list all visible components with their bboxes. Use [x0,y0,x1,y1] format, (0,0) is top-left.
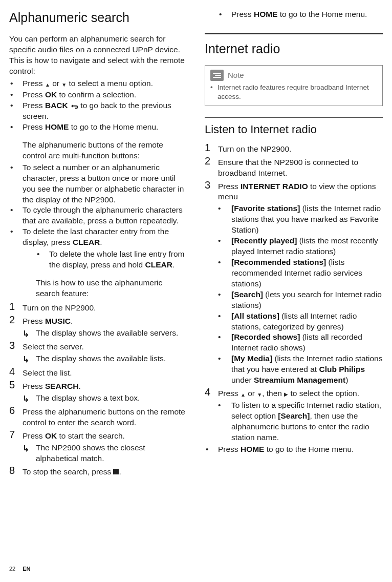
bullet-icon: • [218,400,231,411]
multifunction-bullets: • To select a number or an alphanumeric … [9,162,187,271]
step-number: 2 [9,315,23,325]
subsection-title-listen: Listen to Internet radio [205,117,383,137]
option-item: •[Recently played] (lists the most recen… [218,236,383,257]
bullet-text: Press OK to confirm a selection. [23,90,187,100]
step-item: 1 Turn on the NP2900. [9,301,187,314]
step-body: To stop the search, press . [23,465,187,477]
step-number: 3 [9,340,23,351]
section-title-internet-radio: Internet radio [205,40,383,58]
bullet-icon: • [9,90,23,100]
bullet-text: Press HOME to go to the Home menu. [23,122,187,133]
bullet-icon: • [9,78,23,89]
step-number: 7 [9,429,23,440]
bullet-item: • Press BACK to go back to the previous … [9,100,187,122]
bullet-item: • Press HOME to go to the Home menu. [205,444,383,455]
bullet-item: • To cycle through the alphanumeric char… [9,205,187,226]
step-item: 5 Press SEARCH. The display shows a text… [9,380,187,405]
bullet-icon: • [9,100,23,111]
step-result: The display shows the available servers. [23,328,187,340]
step-body: Press MUSIC. The display shows the avail… [23,315,187,340]
bullet-icon: • [9,122,23,133]
note-icon [210,70,224,81]
bullet-icon: • [36,249,49,260]
step-body: Select the list. [23,366,187,379]
mid-para-2: This is how to use the alphanumeric sear… [9,278,187,299]
bullet-icon: • [9,205,23,216]
page-footer: 22 EN [9,565,31,573]
step-result: The NP2900 shows the closest alphabetica… [23,443,187,464]
step-body: Select the server. The display shows the… [23,340,187,365]
right-column: • Press HOME to go to the Home menu. Int… [205,9,383,551]
step-body: Turn on the NP2900. [23,301,187,314]
page-number: 22 [9,565,15,573]
step-item: 3 Press INTERNET RADIO to view the optio… [205,180,383,386]
bullet-icon: • [218,257,231,268]
page-language: EN [23,565,30,573]
bullet-icon: • [218,289,231,300]
option-item: •[All stations] (lists all Internet radi… [218,311,383,332]
options-list: •[Favorite stations] (lists the Internet… [218,203,383,386]
bullet-text: To delete the whole last line entry from… [49,249,187,271]
alphanumeric-steps: 1 Turn on the NP2900. 2 Press MUSIC. The… [9,301,187,477]
page-columns: Alphanumeric search You can perform an a… [9,9,383,551]
bullet-item: • To delete the last character entry fro… [9,226,187,271]
bullet-item: • To select a number or an alphanumeric … [9,162,187,205]
bullet-text: Press HOME to go to the Home menu. [231,9,383,20]
bullet-icon: • [218,9,231,20]
bullet-icon: • [218,354,231,364]
section-title-alphanumeric: Alphanumeric search [9,9,187,27]
step-body: Ensure that the NP2900 is connected to b… [218,156,383,179]
remote-bullets: • Press or to select a menu option. • Pr… [9,78,187,132]
bullet-item: • Press HOME to go to the Home menu. [9,122,187,133]
bullet-text: Press or to select a menu option. [23,78,187,89]
result-arrow-icon [23,328,36,340]
bullet-item: • Press OK to confirm a selection. [9,90,187,100]
bullet-text: Press HOME to go to the Home menu. [218,444,383,455]
step-subbullets: • To listen to a specific Internet radio… [218,400,383,443]
arrow-up-icon [45,79,50,90]
back-icon [70,100,78,111]
bullet-icon: • [218,332,231,343]
step-number: 1 [205,142,218,153]
left-column: Alphanumeric search You can perform an a… [9,9,187,551]
step-item: 4 Press or , then to select the option. … [205,387,383,443]
mid-para: The alphanumeric buttons of the remote c… [9,140,187,161]
note-body: •Internet radio features require broadba… [210,83,377,101]
step-number: 5 [9,380,23,390]
bullet-icon: • [218,203,231,214]
step-result: The display shows the available lists. [23,354,187,365]
bullet-text: Press BACK to go back to the previous sc… [23,100,187,122]
bullet-icon: • [218,311,231,322]
step-body: Press OK to start the search. The NP2900… [23,429,187,464]
step-item: 8 To stop the search, press . [9,465,187,477]
result-arrow-icon [23,354,36,365]
note-box: Note •Internet radio features require br… [205,65,383,106]
sub-bullet-item: • To listen to a specific Internet radio… [218,400,383,443]
bullet-text: To delete the last character entry from … [23,226,187,271]
step-item: 2 Press MUSIC. The display shows the ava… [9,315,187,340]
bullet-text: To select a number or an alphanumeric ch… [23,162,187,205]
bullet-icon: • [218,236,231,246]
bullet-item: • Press or to select a menu option. [9,78,187,89]
option-item: •[My Media] (lists the Internet radio st… [218,354,383,386]
step-item: 7 Press OK to start the search. The NP29… [9,429,187,464]
arrow-up-icon [241,389,246,400]
step-item: 6 Press the alphanumeric buttons on the … [9,405,187,428]
result-arrow-icon [23,393,36,405]
bullet-icon: • [9,162,23,173]
option-item: •[Recommended stations] (lists recommend… [218,257,383,289]
bullet-text: To cycle through the alphanumeric charac… [23,205,187,226]
step-number: 6 [9,405,23,416]
option-item: •[Search] (lets you search for Internet … [218,289,383,311]
sub-bullets: • To delete the whole last line entry fr… [23,249,187,271]
step-item: 1 Turn on the NP2900. [205,142,383,155]
step-item: 3 Select the server. The display shows t… [9,340,187,365]
step-result: The display shows a text box. [23,393,187,405]
internet-radio-steps: 1 Turn on the NP2900. 2 Ensure that the … [205,142,383,443]
step-number: 8 [9,465,23,476]
step-item: 4 Select the list. [9,366,187,379]
tail-bullets: • Press HOME to go to the Home menu. [205,444,383,455]
bullet-icon: • [9,226,23,237]
top-right-bullets: • Press HOME to go to the Home menu. [205,9,383,20]
note-label: Note [228,70,244,80]
